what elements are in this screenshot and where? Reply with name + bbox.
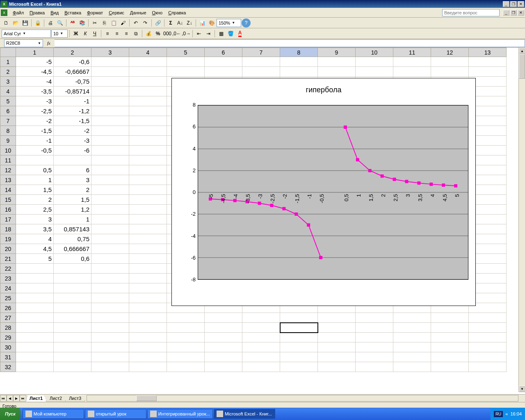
underline-button[interactable]: Ч [90, 29, 99, 38]
cell-r12c2[interactable]: 6 [54, 165, 91, 175]
cell-r9c3[interactable] [91, 136, 129, 146]
cell-r2c13[interactable] [469, 67, 507, 77]
cell-r28c8[interactable] [280, 323, 318, 333]
system-tray[interactable]: RU « 16:04 [491, 408, 525, 420]
minimize-button[interactable]: _ [503, 1, 509, 7]
horizontal-scrollbar[interactable] [87, 395, 518, 402]
cut-button[interactable]: ✂ [90, 18, 99, 27]
vscroll-thumb[interactable] [519, 54, 525, 79]
cell-r32c4[interactable] [129, 362, 167, 372]
cell-r1c1[interactable]: -5 [16, 57, 54, 67]
row-header-29[interactable]: 29 [0, 333, 16, 342]
cell-r30c5[interactable] [167, 342, 205, 352]
cell-r4c1[interactable]: -3,5 [16, 87, 54, 96]
cell-r13c4[interactable] [129, 175, 167, 185]
cell-r27c8[interactable] [280, 313, 318, 323]
cell-r23c1[interactable] [16, 274, 54, 283]
row-header-25[interactable]: 25 [0, 293, 16, 303]
col-header-12[interactable]: 12 [431, 48, 469, 57]
row-header-4[interactable]: 4 [0, 87, 16, 96]
cell-r11c3[interactable] [91, 155, 129, 165]
cell-r30c1[interactable] [16, 342, 54, 352]
cell-r32c12[interactable] [431, 362, 469, 372]
cell-r27c2[interactable] [54, 313, 91, 323]
row-header-17[interactable]: 17 [0, 215, 16, 224]
cell-r27c3[interactable] [91, 313, 129, 323]
cell-r19c4[interactable] [129, 234, 167, 244]
col-header-7[interactable]: 7 [242, 48, 280, 57]
cell-r28c13[interactable] [469, 323, 507, 333]
cell-r6c3[interactable] [91, 106, 129, 116]
cell-r31c3[interactable] [91, 352, 129, 362]
cell-r30c6[interactable] [205, 342, 242, 352]
cell-r1c3[interactable] [91, 57, 129, 67]
cell-r27c6[interactable] [205, 313, 242, 323]
cell-r29c7[interactable] [242, 333, 280, 342]
row-header-2[interactable]: 2 [0, 67, 16, 77]
col-header-4[interactable]: 4 [129, 48, 167, 57]
cell-r21c4[interactable] [129, 254, 167, 264]
cell-r8c2[interactable]: -2 [54, 126, 91, 136]
help-question-box[interactable] [442, 9, 500, 16]
row-header-32[interactable]: 32 [0, 362, 16, 372]
cell-r5c1[interactable]: -3 [16, 96, 54, 106]
row-header-18[interactable]: 18 [0, 224, 16, 234]
cell-r31c10[interactable] [356, 352, 393, 362]
cell-r29c9[interactable] [318, 333, 356, 342]
task-item[interactable]: Microsoft Excel - Книг... [214, 409, 275, 419]
cell-r1c8[interactable] [280, 57, 318, 67]
cell-r29c1[interactable] [16, 333, 54, 342]
cell-r25c3[interactable] [91, 293, 129, 303]
redo-button[interactable]: ↷ [141, 18, 150, 27]
menu-Формат[interactable]: Формат [84, 9, 106, 16]
research-button[interactable]: 📚 [78, 18, 87, 27]
cell-r22c2[interactable] [54, 264, 91, 274]
print-button[interactable]: 🖨 [46, 18, 55, 27]
cell-r15c4[interactable] [129, 195, 167, 205]
cell-r27c10[interactable] [356, 313, 393, 323]
row-header-10[interactable]: 10 [0, 146, 16, 155]
cell-r31c4[interactable] [129, 352, 167, 362]
cell-r3c4[interactable] [129, 77, 167, 87]
hyperlink-button[interactable]: 🔗 [153, 18, 162, 27]
cell-r19c3[interactable] [91, 234, 129, 244]
currency-button[interactable]: 💰 [144, 29, 153, 38]
cell-r25c2[interactable] [54, 293, 91, 303]
doc-restore-button[interactable]: ❐ [510, 10, 517, 16]
cell-r8c3[interactable] [91, 126, 129, 136]
cell-r4c2[interactable]: -0,85714 [54, 87, 91, 96]
cell-r1c4[interactable] [129, 57, 167, 67]
cell-r4c4[interactable] [129, 87, 167, 96]
cell-r4c3[interactable] [91, 87, 129, 96]
cell-r26c3[interactable] [91, 303, 129, 313]
cell-r22c3[interactable] [91, 264, 129, 274]
menu-Файл[interactable]: Файл [10, 9, 27, 16]
menu-Справка[interactable]: Справка [165, 9, 189, 16]
menu-Данные[interactable]: Данные [127, 9, 149, 16]
cell-r17c3[interactable] [91, 215, 129, 224]
cell-r15c3[interactable] [91, 195, 129, 205]
cell-r32c3[interactable] [91, 362, 129, 372]
sheet-tab-Лист1[interactable]: Лист1 [26, 395, 46, 402]
cell-r30c9[interactable] [318, 342, 356, 352]
sort-asc-button[interactable]: A↓ [176, 18, 185, 27]
row-header-15[interactable]: 15 [0, 195, 16, 205]
close-button[interactable]: ✕ [518, 1, 524, 7]
cell-r20c1[interactable]: 4,5 [16, 244, 54, 254]
open-button[interactable]: 📂 [11, 18, 20, 27]
workbook-icon[interactable]: X [1, 9, 7, 16]
cell-r7c1[interactable]: -2 [16, 116, 54, 126]
cell-r17c1[interactable]: 3 [16, 215, 54, 224]
cell-r13c2[interactable]: 3 [54, 175, 91, 185]
cell-r2c7[interactable] [242, 67, 280, 77]
cell-r1c7[interactable] [242, 57, 280, 67]
increase-decimal-button[interactable]: ,0← [172, 29, 181, 38]
cell-r20c4[interactable] [129, 244, 167, 254]
cell-r2c10[interactable] [356, 67, 393, 77]
cell-r22c1[interactable] [16, 264, 54, 274]
row-header-27[interactable]: 27 [0, 313, 16, 323]
row-header-7[interactable]: 7 [0, 116, 16, 126]
cell-r7c4[interactable] [129, 116, 167, 126]
col-header-5[interactable]: 5 [167, 48, 205, 57]
cell-r13c1[interactable]: 1 [16, 175, 54, 185]
